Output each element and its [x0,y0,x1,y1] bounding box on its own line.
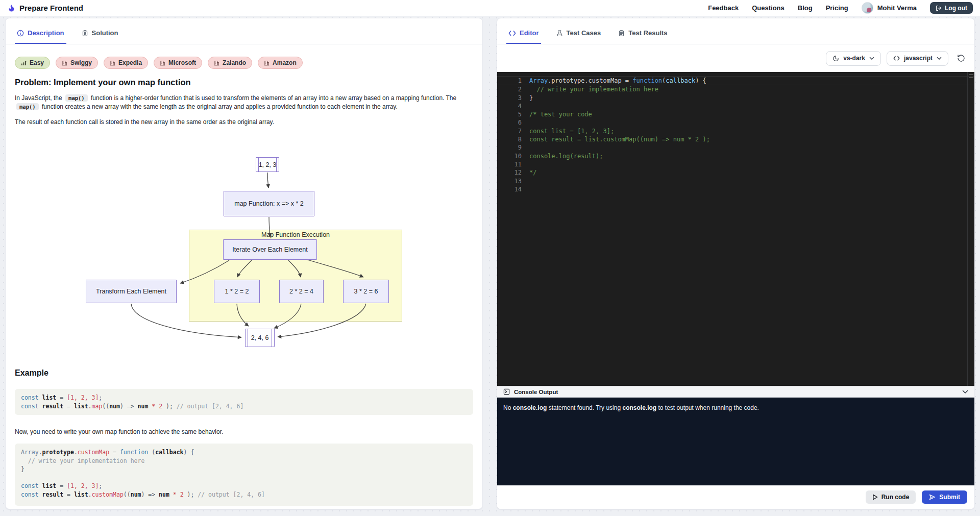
company-badge: Expedia [104,57,148,69]
tab-description[interactable]: Description [15,29,66,44]
company-badge: Swiggy [56,57,98,69]
run-code-button[interactable]: Run code [866,490,916,504]
line-number: 1 [497,77,522,85]
editor-line[interactable]: 11 [497,160,974,168]
line-number: 6 [497,118,522,127]
line-number: 3 [497,94,522,102]
problem-paragraph-1: In JavaScript, the map() function is a h… [15,94,473,111]
editor-line[interactable]: 3} [497,94,974,102]
code-line: // write your implementation here [21,457,467,465]
line-number: 5 [497,110,522,118]
building-icon [214,60,219,66]
editor-line[interactable]: 12*/ [497,168,974,177]
line-number: 4 [497,102,522,110]
code-line: } [21,465,467,474]
problem-title: Problem: Implement your own map function [15,78,473,87]
difficulty-badge: Easy [15,57,50,69]
tab-editor[interactable]: Editor [506,29,541,44]
line-number: 9 [497,143,522,152]
building-icon [160,60,165,66]
tab-test-cases[interactable]: Test Cases [554,29,603,44]
code-line: Array.prototype.customMap = function (ca… [21,448,467,457]
reset-code-button[interactable] [957,54,965,62]
example-code-block-2: Array.prototype.customMap = function (ca… [15,444,473,506]
rotate-ccw-icon [957,54,965,62]
editor-line[interactable]: 5/* test your code [497,110,974,118]
diagram-node-calc1: 1 * 2 = 2 [214,280,260,303]
submit-button[interactable]: Submit [922,490,967,504]
diagram-node-iterate: Iterate Over Each Element [223,239,317,260]
diagram-node-calc2: 2 * 2 = 4 [279,280,324,303]
chevron-down-icon [937,57,942,60]
console-message: No console.log statement found. Try usin… [503,404,759,411]
diagram-node-mapfn: map Function: x => x * 2 [224,191,314,216]
send-icon [929,494,936,500]
diagram-node-transform: Transform Each Element [86,280,177,303]
user-menu: Mohit Verma [862,2,917,14]
diagram-group-label: Map Function Execution [189,231,402,238]
editor-minimap[interactable] [967,72,974,386]
nav-pricing[interactable]: Pricing [826,4,848,12]
nav-feedback[interactable]: Feedback [708,4,739,12]
editor-line[interactable]: 7const list = [1, 2, 3]; [497,127,974,135]
console-output-header[interactable]: Console Output [497,386,974,398]
console-output-title: Console Output [514,389,958,395]
line-number: 13 [497,177,522,185]
user-name: Mohit Verma [877,4,917,12]
editor-line[interactable]: 4 [497,102,974,110]
editor-line[interactable]: 1Array.prototype.customMap = function(ca… [497,76,974,85]
editor-line[interactable]: 6 [497,118,974,127]
editor-footer: Run code Submit [497,485,974,509]
note-paragraph: Now, you need to write your own map func… [15,428,473,435]
right-tabbar: Editor Test Cases Test Results [497,18,974,44]
building-icon [62,60,67,66]
play-icon [872,494,878,500]
console-output-body: No console.log statement found. Try usin… [497,398,974,485]
diagram-node-input: 1, 2, 3 [256,157,279,172]
editor-line[interactable]: 2 // write your implementation here [497,85,974,93]
nav-blog[interactable]: Blog [798,4,813,12]
code-line: const result = list.map((num) => num * 2… [21,402,467,411]
clipboard-icon [82,30,88,37]
left-tabbar: Description Solution [6,18,482,44]
logout-button[interactable]: Log out [930,2,973,14]
line-number: 10 [497,152,522,160]
line-number: 7 [497,127,522,135]
flask-icon [556,30,563,37]
example-code-block-1: const list = [1, 2, 3];const result = li… [15,389,473,415]
code-line: const result = list.customMap((num) => n… [21,490,467,499]
chevron-down-icon[interactable] [962,390,968,394]
inline-code-map: map() [16,103,39,110]
nav-questions[interactable]: Questions [752,4,785,12]
tab-test-results[interactable]: Test Results [616,29,669,44]
line-number: 12 [497,168,522,177]
terminal-icon [503,388,510,395]
example-heading: Example [15,368,473,378]
line-number: 14 [497,185,522,193]
bar-chart-icon [21,60,27,66]
editor-line[interactable]: 8const result = list.customMap((num) => … [497,135,974,143]
line-number: 11 [497,160,522,168]
editor-line[interactable]: 9 [497,143,974,152]
editor-line[interactable]: 13 [497,177,974,185]
company-badge: Microsoft [154,57,202,69]
company-badge: Amazon [258,57,303,69]
editor-panel: Editor Test Cases Test Results vs-dark [497,18,975,509]
tab-solution[interactable]: Solution [80,29,120,44]
brand[interactable]: Prepare Frontend [7,4,83,12]
editor-line[interactable]: 10console.log(result); [497,152,974,160]
editor-line[interactable]: 14 [497,185,974,193]
code-icon [893,56,900,61]
code-line: const list = [1, 2, 3]; [21,394,467,402]
code-editor[interactable]: 1Array.prototype.customMap = function(ca… [497,72,974,386]
moon-icon [832,55,839,62]
avatar [862,2,873,14]
language-select[interactable]: javascript [887,51,948,66]
info-icon [17,30,24,37]
line-number: 8 [497,135,522,143]
code-icon [508,30,516,36]
flame-logo-icon [7,4,16,12]
theme-select[interactable]: vs-dark [826,51,881,66]
description-panel: Description Solution Easy Swiggy Exped [5,18,483,509]
building-icon [110,60,115,66]
